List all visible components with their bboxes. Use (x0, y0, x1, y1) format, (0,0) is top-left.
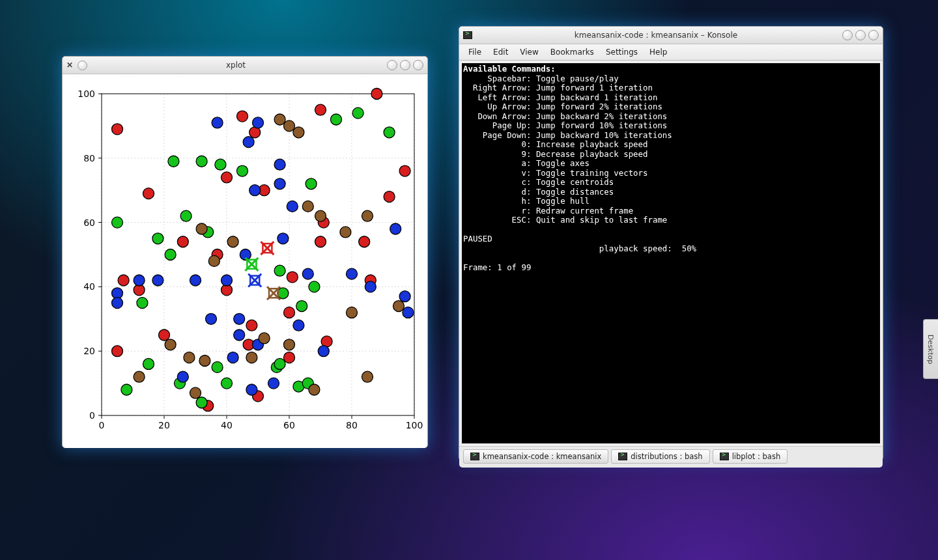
svg-point-124 (318, 346, 329, 357)
centroid-blue (248, 274, 261, 287)
svg-point-75 (137, 298, 148, 309)
svg-point-123 (293, 320, 304, 331)
svg-point-104 (190, 275, 201, 286)
svg-point-118 (227, 352, 238, 363)
menu-file[interactable]: File (463, 46, 487, 59)
svg-point-121 (246, 384, 257, 395)
svg-point-112 (390, 223, 401, 234)
svg-point-142 (134, 371, 145, 382)
svg-point-95 (253, 117, 264, 128)
svg-text:20: 20 (158, 420, 170, 430)
svg-point-76 (152, 233, 163, 244)
close-button[interactable] (413, 60, 423, 70)
svg-point-140 (284, 339, 295, 350)
svg-point-38 (143, 188, 154, 199)
svg-point-138 (246, 352, 257, 363)
svg-point-113 (399, 291, 410, 302)
tab[interactable]: distributions : bash (611, 449, 709, 464)
svg-point-82 (296, 301, 307, 312)
svg-point-81 (277, 288, 289, 299)
svg-point-52 (315, 236, 326, 247)
svg-point-141 (347, 307, 358, 318)
svg-point-115 (206, 313, 217, 324)
svg-text:20: 20 (83, 346, 95, 356)
desktop-switcher[interactable]: Desktop (923, 319, 938, 379)
svg-point-53 (359, 236, 370, 247)
konsole-titlebar[interactable]: kmeansanix-code : kmeansanix – Konsole (459, 27, 883, 44)
svg-text:80: 80 (346, 420, 358, 430)
svg-point-83 (309, 281, 320, 292)
tab-bar: kmeansanix-code : kmeansanixdistribution… (459, 446, 883, 468)
menu-view[interactable]: View (515, 46, 543, 59)
svg-point-74 (112, 217, 123, 228)
svg-point-92 (196, 397, 207, 408)
tab[interactable]: kmeansanix-code : kmeansanix (463, 449, 608, 464)
tab-label: libplot : bash (732, 452, 781, 461)
svg-point-86 (212, 361, 223, 372)
svg-point-101 (277, 233, 289, 244)
svg-text:0: 0 (89, 410, 95, 421)
menu-settings[interactable]: Settings (601, 46, 643, 59)
svg-point-146 (393, 301, 405, 312)
svg-point-80 (274, 265, 285, 276)
terminal-icon (720, 453, 729, 460)
plot-area: 020406080100020406080100 (63, 74, 427, 448)
svg-point-78 (180, 210, 192, 221)
svg-point-93 (121, 384, 132, 395)
menubar: FileEditViewBookmarksSettingsHelp (459, 44, 883, 61)
desktop-label: Desktop (927, 334, 935, 363)
minimize-button[interactable] (842, 30, 853, 40)
svg-point-114 (403, 307, 414, 318)
svg-point-66 (168, 156, 179, 167)
scatter-plot: 020406080100020406080100 (63, 74, 427, 448)
xplot-window: ✕ xplot 020406080100020406080100 (62, 56, 428, 448)
svg-point-108 (112, 298, 123, 309)
svg-point-106 (134, 275, 145, 286)
svg-point-109 (302, 268, 313, 279)
xplot-title: xplot (87, 61, 384, 70)
xplot-titlebar[interactable]: ✕ xplot (63, 57, 427, 74)
svg-point-132 (196, 223, 207, 234)
maximize-button[interactable] (855, 30, 866, 40)
terminal-icon (470, 453, 479, 460)
svg-point-99 (274, 178, 285, 189)
svg-point-144 (309, 384, 320, 395)
svg-point-135 (165, 339, 176, 350)
svg-point-57 (284, 352, 295, 363)
svg-point-110 (347, 268, 358, 279)
svg-point-134 (208, 255, 220, 266)
tab[interactable]: libplot : bash (713, 449, 788, 464)
svg-text:40: 40 (221, 420, 233, 430)
svg-point-54 (384, 191, 395, 203)
svg-point-45 (371, 89, 382, 100)
svg-point-55 (246, 320, 257, 331)
svg-point-137 (199, 356, 210, 367)
svg-text:80: 80 (83, 153, 95, 163)
tab-label: distributions : bash (631, 452, 702, 461)
menu-bookmarks[interactable]: Bookmarks (545, 46, 599, 59)
menu-help[interactable]: Help (644, 46, 672, 59)
konsole-title: kmeansanix-code : kmeansanix – Konsole (472, 31, 840, 40)
svg-point-64 (159, 329, 170, 341)
svg-point-47 (177, 236, 188, 247)
menu-edit[interactable]: Edit (488, 46, 513, 59)
svg-point-65 (118, 275, 129, 286)
svg-point-128 (302, 201, 313, 212)
svg-point-129 (315, 210, 326, 221)
maximize-button[interactable] (400, 60, 410, 70)
svg-point-77 (165, 249, 176, 260)
svg-point-120 (268, 378, 279, 389)
terminal-output[interactable]: Available Commands: Spacebar: Toggle pau… (462, 63, 880, 443)
svg-point-62 (112, 346, 123, 357)
app-icon: ✕ (66, 61, 73, 70)
svg-point-50 (287, 272, 298, 283)
minimize-button[interactable] (387, 60, 397, 70)
window-pin-icon[interactable] (78, 61, 87, 70)
close-button[interactable] (868, 30, 879, 40)
tab-label: kmeansanix-code : kmeansanix (483, 452, 601, 461)
svg-point-39 (221, 172, 233, 183)
svg-point-46 (399, 165, 410, 176)
svg-point-127 (293, 127, 304, 138)
svg-point-139 (259, 333, 270, 344)
svg-text:40: 40 (83, 281, 95, 292)
